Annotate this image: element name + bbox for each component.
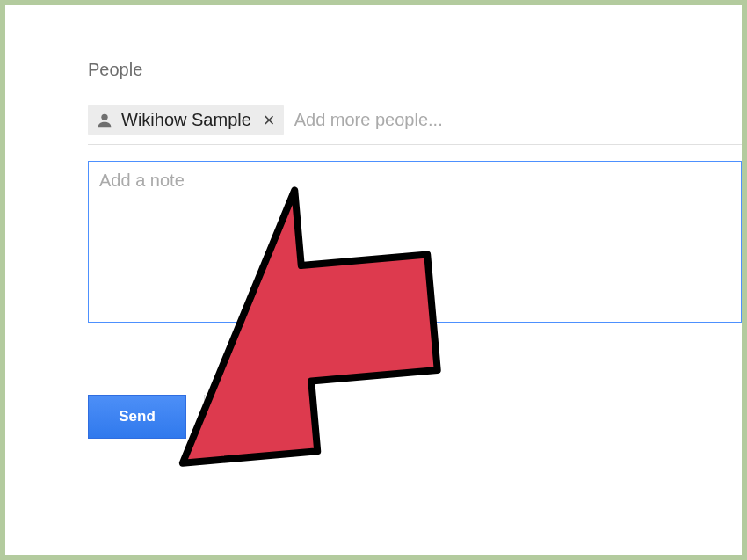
person-chip[interactable]: Wikihow Sample × <box>88 105 284 135</box>
cancel-button[interactable]: Cancel <box>204 395 302 439</box>
people-section-label: People <box>88 60 742 80</box>
note-textarea[interactable] <box>88 161 742 323</box>
people-input-row: Wikihow Sample × <box>88 105 742 145</box>
button-row: Send Cancel <box>88 395 742 439</box>
add-people-input[interactable] <box>294 110 742 130</box>
person-icon <box>95 111 114 130</box>
svg-point-0 <box>101 113 107 120</box>
remove-chip-icon[interactable]: × <box>264 111 275 130</box>
send-button[interactable]: Send <box>88 395 186 439</box>
share-dialog: People Wikihow Sample × Send Cancel <box>5 5 742 555</box>
person-chip-label: Wikihow Sample <box>121 110 251 130</box>
